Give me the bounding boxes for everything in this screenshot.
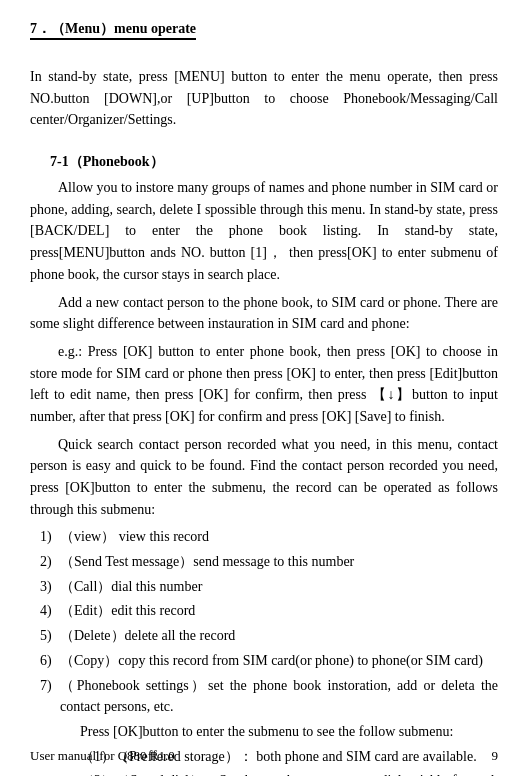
- list-item: 2)（Send Test message）send message to thi…: [30, 551, 498, 573]
- list-item: 4)（Edit）edit this record: [30, 600, 498, 622]
- list-content: （Edit）edit this record: [60, 600, 498, 622]
- list-num: 5): [30, 625, 60, 647]
- sub-list-item: （2）（Speed dial）：Set the number you want …: [30, 770, 498, 776]
- list-content: （Call）dial this number: [60, 576, 498, 598]
- press-text: Press [OK]button to enter the submenu to…: [30, 721, 498, 743]
- section-paragraph-1: Allow you to instore many groups of name…: [30, 177, 498, 285]
- list-content: （Copy）copy this record from SIM card(or …: [60, 650, 498, 672]
- page-title: 7．（Menu）menu operate: [30, 20, 498, 50]
- section-paragraph-3: e.g.: Press [OK] button to enter phone b…: [30, 341, 498, 428]
- sub-list-content: （Speed dial）：Set the number you want to …: [115, 770, 498, 776]
- list-item: 1)（view） view this record: [30, 526, 498, 548]
- footer-left: User manual for Q880 R1.0: [30, 748, 175, 764]
- section-7-1-title: 7-1（Phonebook）: [50, 153, 498, 171]
- list-content: （view） view this record: [60, 526, 498, 548]
- list-num: 2): [30, 551, 60, 573]
- list-content: （Delete）delete all the record: [60, 625, 498, 647]
- section-paragraph-4: Quick search contact person recorded wha…: [30, 434, 498, 521]
- list-item: 7)（Phonebook settings）set the phone book…: [30, 675, 498, 718]
- list-num: 1): [30, 526, 60, 548]
- list-item: 5)（Delete）delete all the record: [30, 625, 498, 647]
- footer-right: 9: [492, 748, 499, 764]
- list-item: 6)（Copy）copy this record from SIM card(o…: [30, 650, 498, 672]
- intro-paragraph: In stand-by state, press [MENU] button t…: [30, 66, 498, 131]
- main-list: 1)（view） view this record2)（Send Test me…: [30, 526, 498, 718]
- list-item: 3)（Call）dial this number: [30, 576, 498, 598]
- footer: User manual for Q880 R1.0 9: [0, 748, 528, 764]
- list-num: 3): [30, 576, 60, 598]
- list-num: 4): [30, 600, 60, 622]
- list-content: （Phonebook settings）set the phone book i…: [60, 675, 498, 718]
- list-num: 6): [30, 650, 60, 672]
- sub-list-num: （2）: [80, 770, 115, 776]
- list-num: 7): [30, 675, 60, 718]
- list-content: （Send Test message）send message to this …: [60, 551, 498, 573]
- section-paragraph-2: Add a new contact person to the phone bo…: [30, 292, 498, 335]
